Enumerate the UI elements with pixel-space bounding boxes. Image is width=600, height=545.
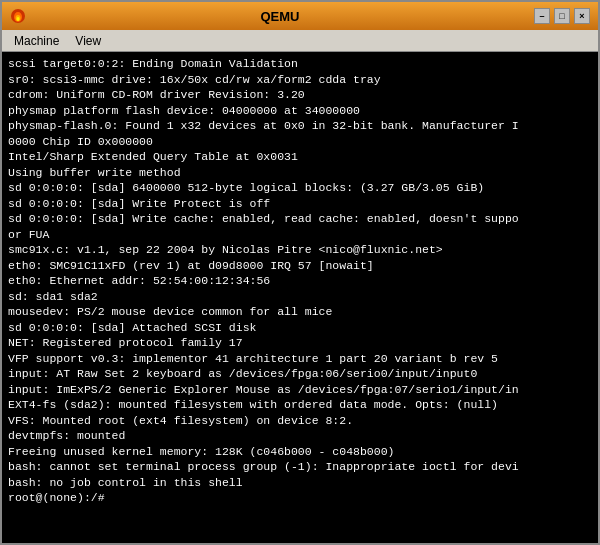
window-title: QEMU [26, 9, 534, 24]
qemu-window: QEMU – □ × Machine View scsi target0:0:2… [0, 0, 600, 545]
maximize-button[interactable]: □ [554, 8, 570, 24]
title-bar: QEMU – □ × [2, 2, 598, 30]
terminal-output: scsi target0:0:2: Ending Domain Validati… [8, 56, 592, 506]
svg-point-3 [17, 17, 20, 21]
minimize-button[interactable]: – [534, 8, 550, 24]
close-button[interactable]: × [574, 8, 590, 24]
menu-bar: Machine View [2, 30, 598, 52]
window-controls: – □ × [534, 8, 590, 24]
menu-view[interactable]: View [67, 32, 109, 50]
menu-machine[interactable]: Machine [6, 32, 67, 50]
app-icon [10, 8, 26, 24]
terminal-area[interactable]: scsi target0:0:2: Ending Domain Validati… [2, 52, 598, 543]
